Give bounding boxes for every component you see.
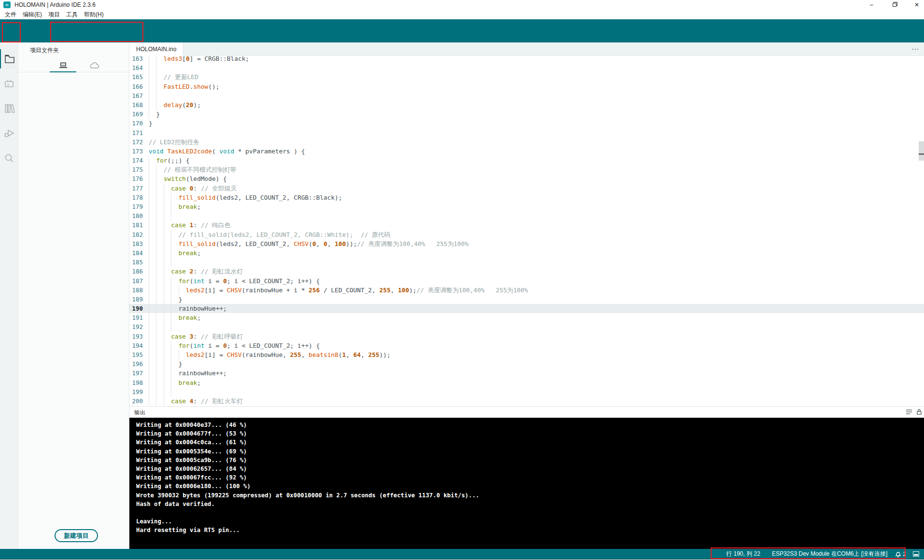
code-line[interactable]: 193 case 3: // 彩虹呼吸灯 <box>129 332 924 341</box>
line-number[interactable]: 198 <box>129 378 143 387</box>
menu-item-4[interactable]: 帮助(H) <box>83 11 109 19</box>
code-line[interactable]: 169 } <box>129 109 924 119</box>
more-actions-icon[interactable]: ⋯ <box>911 42 919 56</box>
code-line[interactable]: 174 for(;;) { <box>129 156 924 165</box>
line-number[interactable]: 194 <box>129 341 143 350</box>
maximize-button[interactable] <box>887 0 902 10</box>
line-number[interactable]: 173 <box>129 147 143 156</box>
line-number[interactable]: 186 <box>129 267 143 276</box>
tab-local-sketchbook[interactable] <box>50 59 76 72</box>
code-line[interactable]: 190 rainbowHue++; <box>129 304 924 313</box>
code-line[interactable]: 199 <box>129 387 924 396</box>
code-line[interactable]: 189 } <box>129 295 924 304</box>
sidebar-item-debug[interactable] <box>0 123 18 143</box>
scrollbar-thumb[interactable] <box>919 141 924 161</box>
code-line[interactable]: 198 break; <box>129 378 924 387</box>
line-number[interactable]: 193 <box>129 332 143 341</box>
code-line[interactable]: 163 leds3[0] = CRGB::Black; <box>129 56 924 63</box>
line-number[interactable]: 199 <box>129 387 143 396</box>
code-line[interactable]: 164 <box>129 63 924 72</box>
code-line[interactable]: 173void TaskLED2code( void * pvParameter… <box>129 147 924 156</box>
code-line[interactable]: 196 } <box>129 359 924 369</box>
editor-scrollbar[interactable] <box>919 56 924 406</box>
minimize-button[interactable]: – <box>864 0 879 10</box>
code-line[interactable]: 183 fill_solid(leds2, LED_COUNT_2, CHSV(… <box>129 239 924 248</box>
line-number[interactable]: 189 <box>129 295 143 304</box>
code-line[interactable]: 166 FastLED.show(); <box>129 82 924 91</box>
code-line[interactable]: 177 case 0: // 全部熄灭 <box>129 184 924 193</box>
tab-cloud-sketchbook[interactable] <box>85 59 104 72</box>
line-number[interactable]: 168 <box>129 100 143 109</box>
line-number[interactable]: 180 <box>129 211 143 220</box>
line-number[interactable]: 187 <box>129 276 143 286</box>
menu-item-0[interactable]: 文件 <box>4 11 22 19</box>
code-line[interactable]: 194 for(int i = 0; i < LED_COUNT_2; i++)… <box>129 341 924 350</box>
sidebar-item-boards-manager[interactable] <box>0 74 18 94</box>
code-line[interactable]: 176 switch(ledMode) { <box>129 174 924 183</box>
code-line[interactable]: 186 case 2: // 彩虹流水灯 <box>129 267 924 276</box>
code-editor[interactable]: 163 leds3[0] = CRGB::Black;164165 // 更新L… <box>129 56 924 406</box>
code-line[interactable]: 180 <box>129 211 924 220</box>
line-number[interactable]: 183 <box>129 239 143 248</box>
line-number[interactable]: 167 <box>129 91 143 100</box>
tab-holomain-ino[interactable]: HOLOMAIN.ino <box>129 42 183 56</box>
line-number[interactable]: 179 <box>129 202 143 211</box>
line-number[interactable]: 177 <box>129 184 143 193</box>
line-number[interactable]: 200 <box>129 396 143 406</box>
code-line[interactable]: 168 delay(20); <box>129 100 924 109</box>
sidebar-item-sketchbook[interactable] <box>0 49 18 68</box>
line-number[interactable]: 190 <box>129 304 143 313</box>
code-line[interactable]: 170} <box>129 119 924 128</box>
code-line[interactable]: 184 break; <box>129 248 924 258</box>
line-number[interactable]: 163 <box>129 56 143 63</box>
line-number[interactable]: 178 <box>129 193 143 202</box>
code-line[interactable]: 191 break; <box>129 313 924 322</box>
line-number[interactable]: 191 <box>129 313 143 322</box>
code-line[interactable]: 181 case 1: // 纯白色 <box>129 220 924 230</box>
line-number[interactable]: 197 <box>129 369 143 378</box>
close-button[interactable]: ✕ <box>910 0 924 10</box>
menu-item-2[interactable]: 项目 <box>47 11 65 19</box>
code-line[interactable]: 172// LED2控制任务 <box>129 137 924 147</box>
line-number[interactable]: 181 <box>129 220 143 230</box>
line-number[interactable]: 172 <box>129 137 143 147</box>
menu-item-3[interactable]: 工具 <box>65 11 83 19</box>
line-number[interactable]: 184 <box>129 248 143 258</box>
status-cursor-position[interactable]: 行 190, 列 22 <box>726 550 760 558</box>
line-number[interactable]: 195 <box>129 350 143 359</box>
line-number[interactable]: 169 <box>129 109 143 119</box>
sidebar-item-library-manager[interactable] <box>0 99 18 118</box>
code-line[interactable]: 182 // fill_solid(leds2, LED_COUNT_2, CR… <box>129 230 924 239</box>
line-number[interactable]: 174 <box>129 156 143 165</box>
code-line[interactable]: 195 leds2[i] = CHSV(rainbowHue, 255, bea… <box>129 350 924 359</box>
line-number[interactable]: 170 <box>129 119 143 128</box>
code-line[interactable]: 200 case 4: // 彩虹火车灯 <box>129 396 924 406</box>
status-board-port[interactable]: ESP32S3 Dev Module 在COM6上 [没有连接] <box>772 550 887 558</box>
output-console[interactable]: Writing at 0x00040e37... (46 %)Writing a… <box>129 418 924 549</box>
line-number[interactable]: 185 <box>129 258 143 267</box>
line-number[interactable]: 188 <box>129 286 143 295</box>
line-number[interactable]: 192 <box>129 322 143 331</box>
sidebar-item-search[interactable] <box>0 149 18 168</box>
code-line[interactable]: 165 // 更新LED <box>129 72 924 82</box>
status-notifications[interactable]: 2 <box>895 551 906 558</box>
line-number[interactable]: 166 <box>129 82 143 91</box>
line-number[interactable]: 165 <box>129 72 143 82</box>
line-number[interactable]: 196 <box>129 359 143 369</box>
code-line[interactable]: 188 leds2[i] = CHSV(rainbowHue + i * 256… <box>129 286 924 295</box>
code-line[interactable]: 197 rainbowHue++; <box>129 369 924 378</box>
code-line[interactable]: 187 for(int i = 0; i < LED_COUNT_2; i++)… <box>129 276 924 286</box>
toggle-softwrap-icon[interactable] <box>906 409 912 415</box>
new-sketch-button[interactable]: 新建项目 <box>55 529 98 542</box>
code-line[interactable]: 171 <box>129 128 924 137</box>
code-line[interactable]: 167 <box>129 91 924 100</box>
code-line[interactable]: 192 <box>129 322 924 331</box>
code-line[interactable]: 178 fill_solid(leds2, LED_COUNT_2, CRGB:… <box>129 193 924 202</box>
code-line[interactable]: 175 // 根据不同模式控制灯带 <box>129 165 924 174</box>
lock-scroll-icon[interactable] <box>916 409 922 415</box>
code-line[interactable]: 185 <box>129 258 924 267</box>
line-number[interactable]: 176 <box>129 174 143 183</box>
line-number[interactable]: 182 <box>129 230 143 239</box>
line-number[interactable]: 175 <box>129 165 143 174</box>
code-line[interactable]: 179 break; <box>129 202 924 211</box>
